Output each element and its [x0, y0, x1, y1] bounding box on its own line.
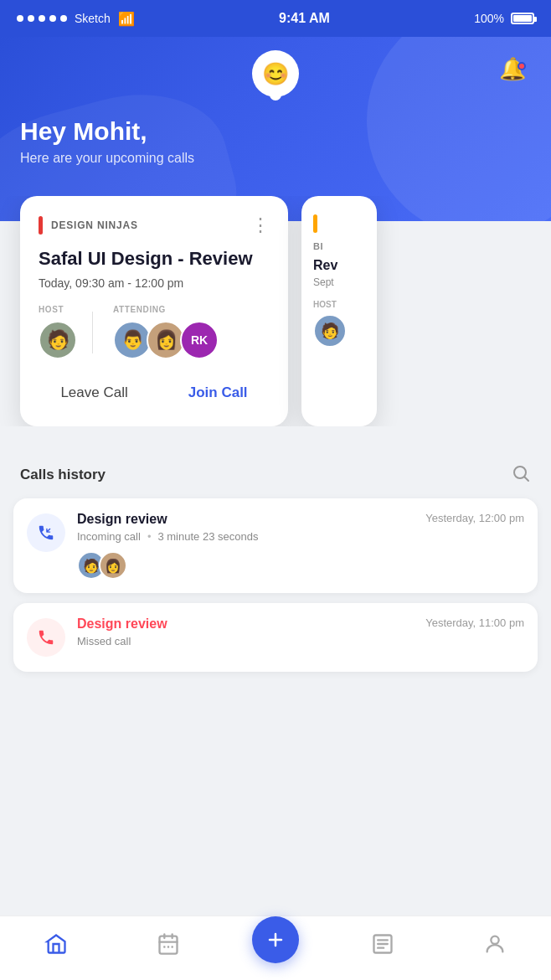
search-icon	[511, 463, 531, 483]
calls-history-title: Calls history	[20, 467, 106, 483]
attendees-row: HOST 🧑 ATTENDING 👨 👩	[39, 305, 270, 359]
history-item-missed[interactable]: Design review Yesterday, 11:00 pm Missed…	[13, 603, 538, 672]
partial-bar	[313, 214, 317, 233]
svg-point-7	[491, 936, 498, 944]
card-time: Today, 09:30 am - 12:00 pm	[39, 276, 270, 290]
status-bar: Sketch 📶 9:41 AM 100%	[0, 0, 551, 37]
nav-item-calendar[interactable]	[140, 929, 197, 959]
initials-text: RK	[191, 333, 208, 347]
svg-rect-4	[167, 946, 169, 947]
history-date-incoming: Yesterday, 12:00 pm	[425, 512, 524, 524]
history-name-incoming: Design review	[77, 512, 167, 527]
nav-item-notes[interactable]	[354, 929, 411, 959]
history-date-missed: Yesterday, 11:00 pm	[425, 616, 524, 629]
history-meta-incoming: Incoming call • 3 minute 23 seconds	[77, 530, 524, 543]
greeting-text: Hey Mohit,	[20, 117, 531, 146]
card-label-bar	[39, 216, 43, 235]
signal-dot-5	[60, 15, 67, 22]
leave-call-button[interactable]: Leave Call	[47, 378, 141, 408]
partial-title: Rev	[313, 258, 365, 273]
bot-face-icon: 😊	[262, 61, 289, 87]
host-avatar: 🧑	[39, 321, 77, 359]
call-duration: 3 minute 23 seconds	[157, 530, 258, 543]
card-group-name: DESIGN NINJAS	[51, 219, 138, 231]
signal-dot-2	[28, 15, 34, 22]
attending-avatar-list: 👨 👩 RK	[113, 321, 219, 359]
signal-dot-1	[17, 15, 23, 22]
incoming-call-icon-wrap	[27, 513, 65, 552]
partial-date: Sept	[313, 276, 365, 288]
participant-avatar-2: 👩	[99, 551, 127, 580]
host-group: HOST 🧑	[39, 305, 72, 359]
status-time: 9:41 AM	[279, 11, 330, 26]
status-left: Sketch 📶	[17, 11, 135, 27]
history-avatars-incoming: 🧑 👩	[77, 551, 524, 580]
dot-separator: •	[147, 530, 152, 543]
attendee-avatar-rk: RK	[180, 321, 219, 359]
history-item-incoming[interactable]: Design review Yesterday, 12:00 pm Incomi…	[13, 498, 538, 593]
wifi-icon: 📶	[118, 11, 135, 27]
nav-item-profile[interactable]	[466, 929, 523, 959]
svg-rect-3	[163, 946, 165, 947]
host-label: HOST	[39, 305, 72, 314]
incoming-call-icon	[37, 524, 55, 542]
svg-rect-5	[172, 946, 173, 947]
partial-host-avatar: 🧑	[313, 314, 347, 348]
status-right: 100%	[474, 12, 534, 25]
history-meta-missed: Missed call	[77, 635, 524, 647]
plus-icon	[265, 930, 286, 950]
cards-scroll[interactable]: DESIGN NINJAS ⋮ Safal UI Design - Review…	[0, 196, 551, 426]
calendar-icon	[157, 932, 180, 956]
cards-section: DESIGN NINJAS ⋮ Safal UI Design - Review…	[0, 196, 551, 446]
avatar-divider	[92, 312, 93, 353]
history-top-incoming: Design review Yesterday, 12:00 pm	[77, 512, 524, 527]
card-actions: Leave Call Join Call	[39, 378, 270, 408]
header: 😊 🔔 Hey Mohit, Here are your upcoming ca…	[0, 37, 551, 221]
svg-rect-2	[160, 936, 178, 954]
history-name-missed: Design review	[77, 616, 167, 632]
attending-label: ATTENDING	[113, 305, 219, 314]
partial-group: BI	[313, 241, 365, 251]
header-top: 😊 🔔	[20, 37, 531, 117]
call-card-partial[interactable]: BI Rev Sept HOST 🧑	[301, 196, 377, 426]
notification-button[interactable]: 🔔	[494, 50, 531, 87]
missed-call-icon	[37, 628, 55, 647]
card-label-left: DESIGN NINJAS	[39, 216, 138, 235]
partial-host: HOST 🧑	[313, 300, 365, 348]
notification-badge	[518, 62, 526, 70]
add-button[interactable]	[252, 916, 299, 963]
notes-icon	[371, 932, 394, 956]
content-area: 😊 🔔 Hey Mohit, Here are your upcoming ca…	[0, 37, 551, 756]
signal-dot-3	[39, 15, 45, 22]
bottom-nav	[0, 916, 551, 980]
carrier-label: Sketch	[75, 12, 111, 25]
nav-item-home[interactable]	[28, 929, 85, 959]
section-header: Calls history	[0, 446, 551, 498]
subtitle-text: Here are your upcoming calls	[20, 151, 531, 166]
history-list: Design review Yesterday, 12:00 pm Incomi…	[0, 498, 551, 672]
call-type-incoming: Incoming call	[77, 530, 141, 543]
history-top-missed: Design review Yesterday, 11:00 pm	[77, 616, 524, 632]
history-item-info-incoming: Design review Yesterday, 12:00 pm Incomi…	[77, 512, 524, 580]
history-item-info-missed: Design review Yesterday, 11:00 pm Missed…	[77, 616, 524, 656]
home-icon	[44, 932, 68, 956]
call-type-missed: Missed call	[77, 635, 131, 647]
profile-icon	[483, 932, 507, 956]
svg-line-1	[525, 477, 529, 482]
bot-avatar: 😊	[252, 50, 299, 97]
battery-icon	[511, 13, 534, 24]
card-menu-button[interactable]: ⋮	[251, 214, 270, 236]
signal-dot-4	[49, 15, 56, 22]
host-avatar-list: 🧑	[39, 321, 72, 359]
battery-label: 100%	[474, 12, 504, 25]
battery-fill	[513, 15, 532, 22]
card-title: Safal UI Design - Review	[39, 248, 270, 270]
call-card-main: DESIGN NINJAS ⋮ Safal UI Design - Review…	[20, 196, 288, 426]
calls-history-section: Calls history Design r	[0, 446, 551, 672]
card-label-row: DESIGN NINJAS ⋮	[39, 214, 270, 236]
missed-call-icon-wrap	[27, 618, 65, 657]
search-button[interactable]	[511, 463, 531, 487]
attending-group: ATTENDING 👨 👩 RK	[113, 305, 219, 359]
join-call-button[interactable]: Join Call	[175, 378, 261, 408]
partial-host-label: HOST	[313, 300, 365, 309]
